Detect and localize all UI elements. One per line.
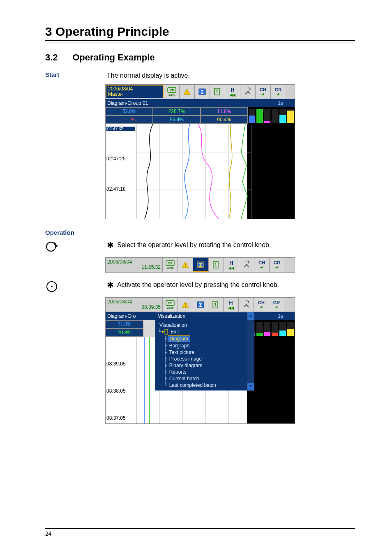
- visualization-menu[interactable]: Visualization ▲ ▼ Visualization └: [155, 312, 254, 391]
- step1: ✱Select the operator level by rotating t…: [107, 240, 271, 250]
- chapter-title: 3 Operating Principle: [45, 25, 355, 39]
- exit-icon: [161, 329, 168, 335]
- menu-item-bargraph[interactable]: ├Bargraph: [158, 342, 251, 349]
- alarm-icon[interactable]: !: [179, 85, 194, 99]
- page-number: 24: [45, 530, 355, 537]
- menu-title: Visualization: [155, 312, 254, 320]
- cf-card-icon[interactable]: CF 33%: [162, 298, 178, 312]
- sigma-icon[interactable]: Σ: [193, 258, 208, 272]
- alarm-icon[interactable]: !: [178, 298, 193, 312]
- rotate-knob-icon: [45, 240, 107, 253]
- group-next-icon[interactable]: GR ➔: [269, 298, 284, 312]
- page-icon[interactable]: 1: [208, 258, 224, 272]
- svg-text:1: 1: [214, 303, 217, 307]
- sigma-icon[interactable]: Σ: [193, 298, 208, 312]
- label-start: Start: [45, 71, 107, 78]
- history-icon[interactable]: H ◀◀: [223, 298, 238, 312]
- tools-icon[interactable]: [240, 85, 255, 99]
- status-subtitle: Master: [108, 92, 161, 97]
- tools-icon[interactable]: [239, 258, 254, 272]
- channel-next-icon[interactable]: CH ➔: [254, 258, 269, 272]
- page-icon[interactable]: 1: [210, 85, 225, 99]
- menu-scrollbar[interactable]: ▲ ▼: [247, 312, 254, 390]
- svg-text:!: !: [184, 303, 186, 308]
- svg-text:1: 1: [214, 263, 217, 267]
- sigma-icon[interactable]: Σ: [194, 85, 210, 99]
- menu-root[interactable]: Visualization: [158, 322, 251, 328]
- menu-item-text-picture[interactable]: ├Text picture: [158, 349, 251, 356]
- trace-ch2: [184, 124, 190, 219]
- trace-ch1: [145, 124, 153, 219]
- channel-next-icon[interactable]: CH ➔: [254, 298, 269, 312]
- tools-icon[interactable]: [238, 298, 254, 312]
- divider: [45, 42, 355, 42]
- text-start: The normal display is active.: [107, 71, 190, 80]
- divider: [45, 40, 355, 41]
- step1-text: Select the operator level by rotating th…: [117, 241, 271, 248]
- section-title: 3.2 Operating Example: [45, 52, 355, 63]
- group-next-icon[interactable]: GR ➔: [269, 258, 284, 272]
- svg-text:CF: CF: [170, 88, 174, 92]
- svg-text:Σ: Σ: [199, 262, 202, 268]
- page-icon[interactable]: 1: [208, 298, 223, 312]
- chapter-name: Operating Principle: [55, 25, 169, 38]
- scroll-down-icon[interactable]: ▼: [247, 383, 254, 390]
- menu-item-exit[interactable]: └ Exit: [158, 328, 251, 335]
- y-tick: 02:47:18: [106, 186, 135, 192]
- trace-ch5: [241, 124, 247, 219]
- value-ch5: 56.4%: [153, 116, 200, 124]
- values-row: 53.8% 226.7% 11.8% -----% 56.4% 90.4%: [106, 107, 295, 124]
- status-datetime[interactable]: 2006/08/04 11:25:32: [106, 258, 162, 272]
- svg-text:CF: CF: [168, 301, 173, 305]
- chapter-number: 3: [45, 25, 52, 38]
- bullet-star: ✱: [107, 280, 114, 289]
- diagram-header: Diagram-Group 01 1s: [106, 99, 295, 107]
- menu-item-binary-diagram[interactable]: ├Binary diagram: [158, 362, 251, 369]
- cf-pct: 33%: [168, 93, 175, 97]
- status-bar: 2006/08/04 Master CF 33% ! Σ 1: [106, 85, 295, 99]
- cf-card-icon[interactable]: CF 33%: [162, 258, 178, 272]
- status-datetime[interactable]: 2006/08/04 Master: [106, 85, 164, 98]
- sample-rate: 1s: [278, 100, 293, 106]
- group-next-icon[interactable]: GR ➔: [270, 85, 286, 99]
- status-bar: 2006/08/04 08:39:35 CF 33% ! Σ 1: [106, 298, 295, 312]
- recorder-status-strip: 2006/08/04 11:25:32 CF 33% ! Σ 1: [105, 257, 295, 273]
- step2: ✱Activate the operator level by pressing…: [107, 280, 279, 289]
- channel-next-icon[interactable]: CH ➔: [255, 85, 270, 99]
- y-tick: 08:39:05: [106, 361, 135, 367]
- svg-text:1: 1: [216, 90, 218, 94]
- menu-item-diagram[interactable]: ├Diagram: [158, 335, 251, 342]
- history-icon[interactable]: H ◀◀: [224, 258, 239, 272]
- svg-point-16: [46, 242, 55, 251]
- bar-panel: [247, 124, 295, 219]
- cf-pct: 33%: [167, 306, 173, 310]
- menu-item-process-image[interactable]: ├Process image: [158, 356, 251, 362]
- mini-bars: [248, 320, 295, 337]
- menu-item-reports[interactable]: ├Reports: [158, 369, 251, 375]
- value-ch6: 90.4%: [201, 116, 248, 124]
- divider: [45, 528, 355, 529]
- value-ch2: 226.7%: [153, 107, 200, 116]
- press-knob-icon: [45, 280, 107, 293]
- chart-area: 02:47:32 02:47:25 02:47:18: [106, 124, 295, 219]
- value-ch3: 11.8%: [201, 107, 248, 116]
- menu-item-current-batch[interactable]: ├Current batch: [158, 375, 251, 382]
- group-name-prefix: Diagram-Gro: [107, 313, 136, 319]
- chart-plot: [136, 124, 247, 219]
- sample-rate: 1s: [278, 313, 293, 319]
- svg-text:Σ: Σ: [199, 302, 202, 308]
- svg-text:!: !: [186, 90, 187, 95]
- cf-card-icon[interactable]: CF 33%: [164, 85, 179, 99]
- status-datetime[interactable]: 2006/08/04 08:39:35: [106, 298, 162, 312]
- scroll-up-icon[interactable]: ▲: [247, 312, 254, 320]
- bullet-star: ✱: [107, 240, 114, 250]
- alarm-icon[interactable]: !: [178, 258, 193, 272]
- label-operation: Operation: [45, 229, 107, 236]
- value-ch1: 53.8%: [106, 107, 153, 116]
- value-ch4: -----%: [106, 116, 153, 124]
- y-tick: 02:47:25: [106, 156, 135, 162]
- history-icon[interactable]: H ◀◀: [225, 85, 240, 99]
- status-bar: 2006/08/04 11:25:32 CF 33% ! Σ 1: [106, 258, 295, 272]
- mini-bars: [248, 107, 295, 124]
- menu-item-last-completed-batch[interactable]: └Last completed batch: [158, 382, 251, 388]
